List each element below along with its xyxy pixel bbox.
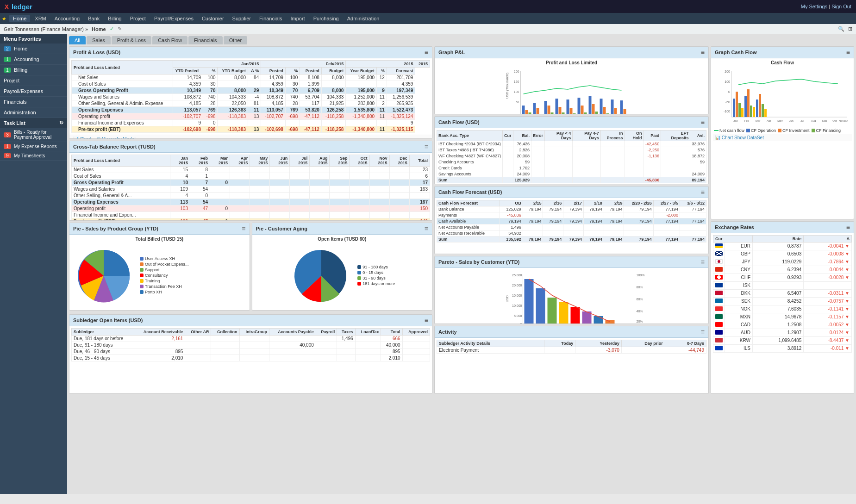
sidebar-item-administration[interactable]: Administration: [0, 107, 67, 118]
graph-cashflow-chart-link[interactable]: 📊 Chart Show DataSet: [715, 135, 764, 140]
cff-row-netar: Net Accounts Receivable 54,902: [437, 230, 706, 236]
sidebar-payroll-label: Payroll/Expenses: [4, 88, 43, 94]
sidebar-item-accounting[interactable]: 1 Accounting: [0, 54, 67, 65]
pie2-chart: [289, 243, 354, 308]
ct-th-total: Total: [409, 155, 430, 167]
tab-cashflow[interactable]: Cash Flow: [152, 36, 187, 44]
billing-badge: 1: [4, 68, 11, 73]
cf-th-pay4: Pay < 4 Days: [545, 131, 573, 141]
cf-row-ibt2934: IBT Checking *2934 (IBT C*2934) 76,426 -…: [437, 141, 706, 147]
task-expense[interactable]: 1 My Expense Reports: [0, 142, 67, 151]
sidebar-item-billing[interactable]: 1 Billing: [0, 65, 67, 75]
nav-administration[interactable]: Administration: [344, 15, 383, 22]
pnl-row-opprofit: Operating profit -102,707-698-118,38313 …: [72, 113, 430, 120]
tab-sales[interactable]: Sales: [87, 36, 111, 44]
svg-text:40%: 40%: [637, 310, 643, 313]
sidebar-item-payroll[interactable]: Payroll/Expenses: [0, 86, 67, 97]
crosstab-menu-icon[interactable]: ≡: [425, 143, 428, 150]
cashflow-forecast-menu-icon[interactable]: ≡: [701, 188, 705, 196]
nav-payroll[interactable]: Payroll/Expenses: [150, 15, 197, 22]
pie-row: Pie - Sales by Product Group (YTD) ≡ Tot…: [69, 223, 432, 311]
svg-rect-64: [559, 302, 569, 324]
check-icon[interactable]: ✓: [110, 26, 114, 32]
nav-accounting[interactable]: Accounting: [51, 15, 83, 22]
pnl-panel: Profit & Loss (USD) ≡ Profit and Loss Li…: [69, 46, 432, 139]
pie1-menu-icon[interactable]: ≡: [242, 225, 245, 232]
cf-row-ibt4986: IBT Taxes *4986 (IBT T*4986) 2,826 -2,25…: [437, 147, 706, 153]
ct-row-opprofit: Operating profit-103-470-150: [72, 205, 430, 212]
svg-rect-23: [578, 98, 581, 114]
svg-rect-24: [581, 106, 584, 114]
tab-other[interactable]: Other: [224, 36, 248, 44]
nav-import[interactable]: Import: [287, 15, 309, 22]
my-settings-link[interactable]: My Settings: [801, 4, 827, 9]
pie1-body: Total Billed (TUSD 15): [69, 235, 250, 310]
task-timesheets[interactable]: 9 My Timesheets: [0, 151, 67, 161]
svg-rect-20: [567, 100, 569, 114]
cff-row-bankbal: Bank Balance 125,02979,19479,19479,19479…: [437, 206, 706, 212]
search-icon[interactable]: 🔍: [838, 26, 844, 32]
cad-currency-label: CAD: [725, 321, 753, 329]
nav-financials[interactable]: Financials: [256, 15, 286, 22]
act-th-today: Today: [544, 340, 575, 347]
nav-customer[interactable]: Customer: [198, 15, 228, 22]
svg-rect-22: [573, 113, 576, 114]
svg-text:Jan: Jan: [844, 119, 848, 122]
graph-pnl-title: Graph P&L: [438, 50, 465, 55]
svg-text:20,000: 20,000: [512, 284, 522, 287]
exch-row-sek: SEK8.4252-0.0757 ▼: [713, 297, 852, 305]
sub-th-ap: Accounts Payable: [269, 328, 316, 335]
svg-text:May: May: [777, 119, 782, 122]
exch-row-jpy: JPY119.0229-0.7864 ▼: [713, 258, 852, 266]
ct-row-opex: Operating Expenses11354167: [72, 199, 430, 205]
svg-rect-35: [624, 109, 626, 114]
task-list-refresh-icon[interactable]: ↻: [59, 120, 63, 126]
graph-pnl-menu-icon[interactable]: ≡: [701, 49, 705, 56]
subledger-menu-icon[interactable]: ≡: [425, 317, 428, 324]
activity-menu-icon[interactable]: ≡: [701, 328, 705, 336]
exchange-rates-menu-icon[interactable]: ≡: [846, 224, 850, 231]
subledger-panel: Subledger Open Items (USD) ≡ Subledger A…: [69, 314, 432, 394]
sidebar-item-project[interactable]: Project: [0, 75, 67, 86]
task-bills[interactable]: 3 Bills - Ready for Payment Approval: [0, 128, 67, 142]
pareto-svg: 25,000 20,000 15,000 10,000 5,000 0 100%…: [437, 270, 706, 324]
svg-rect-30: [603, 107, 606, 114]
pnl-th-pct2: %: [285, 68, 300, 75]
crosstab-table: Profit and Loss Limited Jan2015 Feb2015 …: [71, 155, 430, 221]
sub-row-4690: Due, 46 - 90 days 895895: [72, 348, 430, 355]
ct-th-jul: Jul2015: [290, 155, 310, 167]
pnl-th-ypct: %: [377, 68, 387, 75]
pnl-hierarchy-link[interactable]: ⊞ Hierarchy Model: [97, 137, 136, 139]
nav-purchasing[interactable]: Purchasing: [310, 15, 343, 22]
pareto-panel: Pareto - Sales by Customer (YTD) ≡: [434, 256, 709, 324]
pnl-chart-link[interactable]: 📊 Chart: [73, 137, 91, 139]
exchange-rates-title: Exchange Rates: [715, 224, 754, 230]
nav-supplier[interactable]: Supplier: [229, 15, 255, 22]
cashflow-usd-menu-icon[interactable]: ≡: [701, 118, 705, 126]
sidebar-item-financials[interactable]: Financials: [0, 97, 67, 107]
crosstab-panel-header: Cross-Tab Balance Report (TUSD) ≡: [69, 141, 432, 153]
tab-all[interactable]: All: [69, 36, 86, 44]
graph-cashflow-menu-icon[interactable]: ≡: [846, 49, 850, 56]
nav-project[interactable]: Project: [126, 15, 150, 22]
pie2-menu-icon[interactable]: ≡: [425, 225, 428, 232]
pareto-menu-icon[interactable]: ≡: [701, 258, 705, 266]
tab-financials[interactable]: Financials: [188, 36, 223, 44]
nav-home[interactable]: Home: [9, 15, 30, 22]
grid-icon[interactable]: ⊞: [848, 26, 852, 32]
svg-rect-34: [620, 100, 623, 114]
crosstab-title: Cross-Tab Balance Report (TUSD): [73, 144, 156, 149]
nav-xrm[interactable]: XRM: [31, 15, 50, 22]
nav-billing[interactable]: Billing: [104, 15, 125, 22]
svg-rect-63: [548, 298, 557, 324]
sub-th-taxes: Taxes: [337, 328, 356, 335]
exch-th-cur: Cur: [713, 235, 753, 242]
sign-out-link[interactable]: Sign Out: [831, 4, 851, 9]
bills-badge: 3: [4, 132, 11, 137]
edit-icon[interactable]: ✎: [118, 26, 122, 32]
sidebar-project-label: Project: [4, 78, 19, 83]
pnl-menu-icon[interactable]: ≡: [425, 49, 428, 56]
sidebar-item-home[interactable]: 2 Home: [0, 44, 67, 54]
nav-bank[interactable]: Bank: [84, 15, 103, 22]
tab-pnl[interactable]: Profit & Loss: [112, 36, 151, 44]
